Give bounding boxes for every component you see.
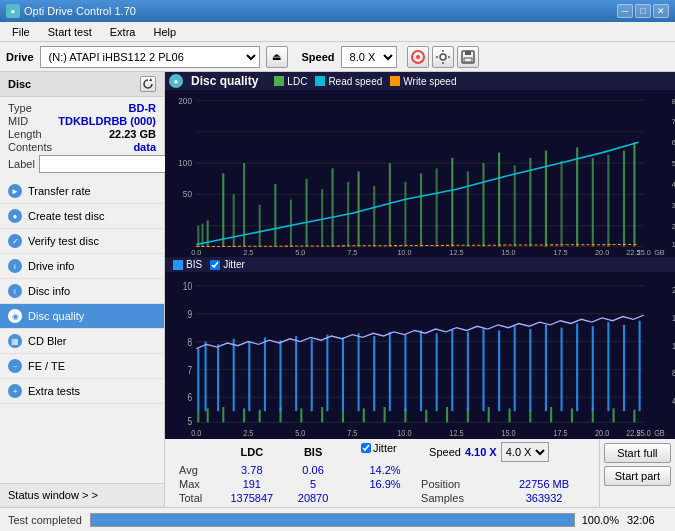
time-text: 32:06 — [627, 514, 667, 526]
svg-rect-112 — [508, 408, 510, 422]
svg-rect-138 — [482, 328, 484, 412]
status-bar: Test completed 100.0% 32:06 — [0, 513, 675, 527]
maximize-button[interactable]: □ — [635, 4, 651, 18]
start-part-button[interactable]: Start part — [604, 466, 671, 486]
disc-quality-label: Disc quality — [28, 310, 84, 322]
disc-refresh-btn[interactable] — [140, 76, 156, 92]
svg-rect-58 — [514, 165, 516, 246]
eject-button[interactable]: ⏏ — [266, 46, 288, 68]
svg-rect-42 — [274, 184, 276, 247]
svg-text:7.5: 7.5 — [347, 427, 357, 438]
sidebar: Disc Type BD-R MID TDKBLDRBB (000) Lengt… — [0, 72, 165, 507]
ldc-label: LDC — [287, 76, 307, 87]
svg-rect-63 — [592, 158, 594, 247]
sidebar-item-create-test-disc[interactable]: ● Create test disc — [0, 204, 164, 229]
svg-text:2.5: 2.5 — [243, 427, 253, 438]
col-ldc: LDC — [217, 441, 286, 463]
legend-read-speed: Read speed — [315, 76, 382, 87]
svg-text:15.0: 15.0 — [501, 427, 515, 438]
create-test-disc-label: Create test disc — [28, 210, 104, 222]
speed-display-select[interactable]: 4.0 X — [501, 442, 549, 462]
svg-text:10.0: 10.0 — [397, 248, 411, 257]
fe-te-icon: ~ — [8, 359, 22, 373]
svg-rect-53 — [436, 168, 438, 246]
svg-rect-140 — [514, 326, 516, 411]
label-input[interactable] — [39, 155, 172, 173]
svg-text:GB: GB — [654, 248, 665, 257]
sidebar-item-disc-quality[interactable]: ◉ Disc quality — [0, 304, 164, 329]
jitter-checkbox[interactable] — [210, 260, 220, 270]
total-bis: 20870 — [286, 491, 340, 505]
sidebar-item-fe-te[interactable]: ~ FE / TE — [0, 354, 164, 379]
status-window-btn[interactable]: Status window > > — [0, 483, 164, 507]
speed-stat-label: Speed — [429, 446, 461, 458]
svg-point-2 — [440, 54, 446, 60]
svg-text:12.5: 12.5 — [449, 248, 463, 257]
read-speed-color — [315, 76, 325, 86]
speed-info: Speed 4.10 X 4.0 X — [429, 442, 585, 462]
svg-text:6: 6 — [187, 391, 192, 403]
svg-text:17.5: 17.5 — [553, 248, 567, 257]
ldc-color — [274, 76, 284, 86]
speed-select[interactable]: 8.0 X — [341, 46, 397, 68]
svg-text:5: 5 — [187, 415, 192, 427]
stats-table: LDC BIS Jitter Speed 4.10 X — [173, 441, 591, 505]
svg-text:17.5: 17.5 — [553, 427, 567, 438]
label-label: Label — [8, 158, 35, 170]
menu-start-test[interactable]: Start test — [40, 24, 100, 40]
svg-rect-144 — [576, 323, 578, 411]
toolbar-icons — [407, 46, 479, 68]
sidebar-item-extra-tests[interactable]: + Extra tests — [0, 379, 164, 404]
svg-text:7.5: 7.5 — [347, 248, 357, 257]
svg-text:2.5: 2.5 — [243, 248, 253, 257]
svg-rect-65 — [623, 151, 625, 247]
chart-header: ● Disc quality LDC Read speed Write spee… — [165, 72, 675, 90]
svg-rect-125 — [279, 340, 281, 411]
max-bis: 5 — [286, 477, 340, 491]
svg-text:8: 8 — [187, 336, 192, 348]
title-bar: ● Opti Drive Control 1.70 ─ □ ✕ — [0, 0, 675, 22]
svg-text:0.0: 0.0 — [191, 427, 201, 438]
svg-rect-4 — [465, 51, 471, 55]
svg-text:100: 100 — [178, 158, 192, 168]
svg-rect-45 — [321, 189, 323, 246]
minimize-button[interactable]: ─ — [617, 4, 633, 18]
svg-text:50: 50 — [183, 189, 193, 199]
content-wrapper: ● Disc quality LDC Read speed Write spee… — [165, 72, 675, 507]
menu-help[interactable]: Help — [145, 24, 184, 40]
sidebar-item-verify-test-disc[interactable]: ✓ Verify test disc — [0, 229, 164, 254]
sidebar-item-cd-bler[interactable]: ▦ CD Bler — [0, 329, 164, 354]
extra-tests-label: Extra tests — [28, 385, 80, 397]
drive-select[interactable]: (N:) ATAPI iHBS112 2 PL06 — [40, 46, 260, 68]
settings-icon-btn[interactable] — [432, 46, 454, 68]
svg-rect-147 — [623, 325, 625, 411]
extra-tests-icon: + — [8, 384, 22, 398]
save-icon-btn[interactable] — [457, 46, 479, 68]
sidebar-item-drive-info[interactable]: i Drive info — [0, 254, 164, 279]
write-speed-label: Write speed — [403, 76, 456, 87]
menu-extra[interactable]: Extra — [102, 24, 144, 40]
disc-icon-btn[interactable] — [407, 46, 429, 68]
svg-text:15.0: 15.0 — [501, 248, 515, 257]
sidebar-item-disc-info[interactable]: i Disc info — [0, 279, 164, 304]
svg-rect-114 — [550, 407, 552, 422]
sidebar-item-transfer-rate[interactable]: ► Transfer rate — [0, 179, 164, 204]
menu-file[interactable]: File — [4, 24, 38, 40]
bottom-panel: Test completed 100.0% 32:06 — [0, 507, 675, 531]
svg-text:25.0: 25.0 — [637, 427, 651, 438]
verify-test-disc-label: Verify test disc — [28, 235, 99, 247]
write-speed-color — [390, 76, 400, 86]
close-button[interactable]: ✕ — [653, 4, 669, 18]
svg-rect-96 — [197, 411, 199, 422]
svg-rect-137 — [467, 332, 469, 411]
drive-bar: Drive (N:) ATAPI iHBS112 2 PL06 ⏏ Speed … — [0, 42, 675, 72]
svg-rect-102 — [300, 408, 302, 422]
jitter-stats-checkbox[interactable] — [361, 443, 371, 453]
svg-rect-104 — [342, 410, 344, 423]
disc-quality-icon: ◉ — [8, 309, 22, 323]
svg-text:12.5: 12.5 — [449, 427, 463, 438]
svg-rect-66 — [633, 142, 635, 246]
svg-rect-57 — [498, 153, 500, 247]
start-full-button[interactable]: Start full — [604, 443, 671, 463]
svg-rect-134 — [420, 330, 422, 411]
